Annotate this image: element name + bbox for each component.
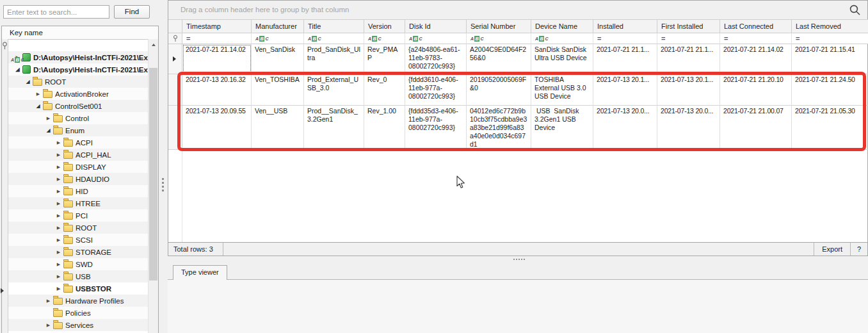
filter-cell-first-installed[interactable]: = — [657, 33, 720, 44]
chevron-right-icon[interactable]: ▶ — [54, 246, 63, 258]
cell-installed[interactable]: 2021-07-21 21.1... — [593, 44, 657, 74]
filter-cell-manufacturer[interactable]: ABC — [252, 33, 304, 44]
tree-item-activationbroker[interactable]: ▶ActivationBroker — [8, 88, 149, 100]
cell-first-installed[interactable]: 2021-07-21 21.1... — [657, 44, 720, 74]
folder-icon — [53, 115, 63, 122]
tree-item-swd[interactable]: ▶SWD — [8, 258, 149, 270]
tree-item-display[interactable]: ▶DISPLAY — [8, 161, 149, 173]
tree-item-control[interactable]: ▶Control — [8, 112, 149, 124]
filter-cell-version[interactable]: ABC — [364, 33, 405, 44]
filter-cell-title[interactable]: ABC — [304, 33, 364, 44]
chevron-right-icon[interactable]: ▶ — [54, 258, 63, 270]
chevron-right-icon[interactable]: ▶ — [54, 222, 63, 234]
column-header-version[interactable]: Version — [364, 19, 405, 33]
tree-item-usbstor[interactable]: ▶USBSTOR — [8, 282, 149, 295]
tree-item-storage[interactable]: ▶STORAGE — [8, 246, 149, 258]
chevron-right-icon[interactable]: ▶ — [54, 185, 63, 197]
horizontal-splitter[interactable] — [168, 256, 868, 263]
chevron-right-icon[interactable]: ▶ — [54, 136, 63, 149]
tree-item-controlset001[interactable]: ◢ControlSet001 — [8, 100, 149, 112]
tree-item-hdaudio[interactable]: ▶HDAUDIO — [8, 173, 149, 185]
chevron-right-icon[interactable]: ▶ — [54, 173, 63, 185]
folder-icon — [63, 176, 73, 183]
chevron-expanded-icon[interactable]: ◢ — [34, 100, 42, 112]
chevron-expanded-icon[interactable]: ◢ — [44, 124, 52, 136]
tree-item-hive-2[interactable]: ◢D:\Autopsy\Heist-InCTFi-2021\Ex — [8, 63, 149, 76]
tree-rows: ▶D:\Autopsy\Heist-InCTFi-2021\Ex ◢D:\Aut… — [8, 51, 149, 333]
chevron-right-icon[interactable]: ▶ — [54, 234, 63, 246]
equals-filter-icon: = — [597, 35, 601, 42]
chevron-right-icon[interactable]: ▶ — [34, 88, 42, 100]
cell-version[interactable]: Rev_PMAP — [364, 44, 405, 74]
column-header-serial-number[interactable]: Serial Number — [467, 19, 531, 33]
cell-manufacturer[interactable]: Ven_SanDisk — [252, 44, 304, 74]
chevron-right-icon[interactable]: ▶ — [54, 149, 63, 161]
tree-item-pci[interactable]: ▶PCI — [8, 209, 149, 222]
tree-item-acpi[interactable]: ▶ACPI — [8, 136, 149, 149]
cell-last-connected[interactable]: 2021-07-21 21.14.02 — [720, 44, 792, 74]
chevron-right-icon[interactable]: ▶ — [44, 295, 52, 307]
chevron-right-icon[interactable]: ▶ — [54, 282, 63, 295]
cell-last-removed[interactable]: 2021-07-21 21.15.41 — [792, 44, 868, 74]
filter-cell-last-removed[interactable]: = — [792, 33, 868, 44]
column-header-last-removed[interactable]: Last Removed — [792, 19, 868, 33]
column-header-timestamp[interactable]: Timestamp — [182, 19, 252, 33]
filter-cell-disk-id[interactable]: ABC — [405, 33, 467, 44]
tree-item-root[interactable]: ◢ROOT — [8, 76, 149, 88]
tree-item-enum[interactable]: ◢Enum — [8, 124, 149, 136]
filter-cell-device-name[interactable]: ABC — [531, 33, 593, 44]
tree-item-hid[interactable]: ▶HID — [8, 185, 149, 197]
column-header-installed[interactable]: Installed — [593, 19, 657, 33]
tree-item-scsi[interactable]: ▶SCSI — [8, 234, 149, 246]
tree-item-services[interactable]: ▶Services — [8, 319, 149, 331]
cell-serial-number[interactable]: A2004C9E0D64F256&0 — [467, 44, 531, 74]
cell-timestamp[interactable]: 2021-07-21 21.14.02 — [182, 44, 252, 74]
cell-device-name[interactable]: SanDisk SanDisk Ultra USB Device — [531, 44, 593, 74]
chevron-expanded-icon[interactable]: ◢ — [13, 63, 22, 76]
tree-scrollbar[interactable] — [148, 39, 158, 333]
folder-icon — [63, 200, 73, 207]
tree-item-policies[interactable]: Policies — [8, 307, 149, 319]
tree-item-htree[interactable]: ▶HTREE — [8, 197, 149, 209]
cell-disk-id[interactable]: {a24b4806-ea61-11eb-9783-08002720c993} — [405, 44, 467, 74]
filter-cell-last-connected[interactable]: = — [720, 33, 792, 44]
total-rows-label: Total rows: 3 — [168, 243, 223, 256]
chevron-expanded-icon[interactable]: ◢ — [24, 76, 32, 88]
chevron-right-icon[interactable]: ▶ — [44, 319, 52, 331]
tree-item-hive-1[interactable]: ▶D:\Autopsy\Heist-InCTFi-2021\Ex — [8, 51, 149, 63]
column-header-manufacturer[interactable]: Manufacturer — [252, 19, 304, 33]
tree-item-usb[interactable]: ▶USB — [8, 270, 149, 282]
tree-column-header[interactable]: Key name — [2, 26, 158, 40]
chevron-right-icon[interactable]: ▶ — [54, 209, 63, 222]
column-header-disk-id[interactable]: Disk Id — [405, 19, 467, 33]
filter-cell-serial-number[interactable]: ABC — [467, 33, 531, 44]
table-row-sandisk-ultra[interactable]: 2021-07-21 21.14.02 Ven_SanDisk Prod_San… — [168, 44, 867, 74]
chevron-right-icon[interactable]: ▶ — [44, 112, 52, 124]
filter-cell-timestamp[interactable]: = — [182, 33, 252, 44]
column-header-title[interactable]: Title — [304, 19, 364, 33]
tree-filter-row[interactable] — [2, 40, 158, 53]
tree-item-acpi-hal[interactable]: ▶ACPI_HAL — [8, 149, 149, 161]
search-input[interactable] — [3, 5, 109, 19]
column-header-device-name[interactable]: Device Name — [531, 19, 593, 33]
column-header-first-installed[interactable]: First Installed — [657, 19, 720, 33]
chevron-right-icon[interactable]: ▶ — [54, 197, 63, 209]
search-icon[interactable] — [848, 3, 862, 18]
abc-filter-icon: ABC — [308, 36, 321, 42]
export-button[interactable]: Export — [814, 243, 850, 256]
cell-title[interactable]: Prod_SanDisk_Ultra — [304, 44, 364, 74]
help-button[interactable]: ? — [850, 243, 867, 256]
tab-type-viewer[interactable]: Type viewer — [173, 265, 227, 280]
group-by-panel[interactable]: Drag a column header here to group by th… — [168, 1, 867, 19]
filter-cell-installed[interactable]: = — [593, 33, 657, 44]
chevron-right-icon[interactable]: ▶ — [54, 270, 63, 282]
column-header-last-connected[interactable]: Last Connected — [720, 19, 792, 33]
scrollbar-thumb[interactable] — [149, 68, 157, 280]
vertical-splitter[interactable] — [159, 0, 168, 333]
scroll-up-icon[interactable] — [149, 39, 158, 51]
folder-icon — [63, 164, 73, 171]
find-button[interactable]: Find — [114, 5, 150, 19]
chevron-right-icon[interactable]: ▶ — [54, 161, 63, 173]
tree-item-root2[interactable]: ▶ROOT — [8, 222, 149, 234]
tree-item-hardware-profiles[interactable]: ▶Hardware Profiles — [8, 295, 149, 307]
